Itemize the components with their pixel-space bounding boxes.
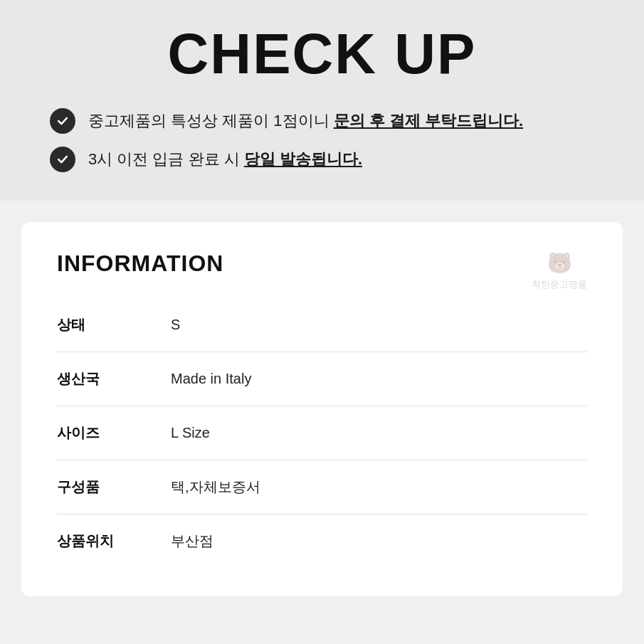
info-title: INFORMATION	[57, 250, 587, 277]
check-item-2: 3시 이전 입금 완료 시 당일 발송됩니다.	[50, 147, 608, 172]
watermark-text: 착한중고명품	[532, 279, 587, 290]
check-item-2-normal: 3시 이전 입금 완료 시	[88, 150, 244, 168]
info-value-status: S	[171, 298, 587, 352]
check-item-1: 중고제품의 특성상 제품이 1점이니 문의 후 결제 부탁드립니다.	[50, 108, 608, 134]
info-row-location: 상품위치 부산점	[57, 514, 587, 569]
info-row-components: 구성품 택,자체보증서	[57, 460, 587, 514]
info-label-status: 상태	[57, 298, 171, 352]
check-item-1-normal: 중고제품의 특성상 제품이 1점이니	[88, 112, 334, 130]
check-item-1-bold: 문의 후 결제 부탁드립니다.	[334, 112, 523, 130]
info-label-size: 사이즈	[57, 406, 171, 460]
info-row-status: 상태 S	[57, 298, 587, 352]
info-value-components: 택,자체보증서	[171, 460, 587, 514]
info-label-components: 구성품	[57, 460, 171, 514]
check-icon-2	[50, 147, 75, 172]
info-value-size: L Size	[171, 406, 587, 460]
info-value-location: 부산점	[171, 514, 587, 569]
top-section: CHECK UP 중고제품의 특성상 제품이 1점이니 문의 후 결제 부탁드립…	[0, 0, 644, 201]
page-title: CHECK UP	[36, 21, 608, 87]
info-card: INFORMATION 🐻 착한중고명품 상태 S 생산국 Made in It…	[21, 222, 623, 596]
checkmark-icon	[56, 114, 70, 128]
checkmark-icon-2	[56, 152, 70, 167]
check-item-2-bold: 당일 발송됩니다.	[244, 150, 362, 168]
check-icon-1	[50, 108, 75, 134]
watermark: 🐻 착한중고명품	[532, 250, 587, 291]
info-label-location: 상품위치	[57, 514, 171, 569]
info-row-size: 사이즈 L Size	[57, 406, 587, 460]
check-items-list: 중고제품의 특성상 제품이 1점이니 문의 후 결제 부탁드립니다. 3시 이전…	[36, 108, 608, 172]
info-label-origin: 생산국	[57, 352, 171, 406]
info-value-origin: Made in Italy	[171, 352, 587, 406]
check-item-2-text: 3시 이전 입금 완료 시 당일 발송됩니다.	[88, 149, 362, 171]
check-item-1-text: 중고제품의 특성상 제품이 1점이니 문의 후 결제 부탁드립니다.	[88, 110, 523, 132]
watermark-icon: 🐻	[532, 250, 587, 276]
bottom-section: INFORMATION 🐻 착한중고명품 상태 S 생산국 Made in It…	[0, 201, 644, 618]
info-table: 상태 S 생산국 Made in Italy 사이즈 L Size 구성품 택,…	[57, 298, 587, 568]
info-row-origin: 생산국 Made in Italy	[57, 352, 587, 406]
